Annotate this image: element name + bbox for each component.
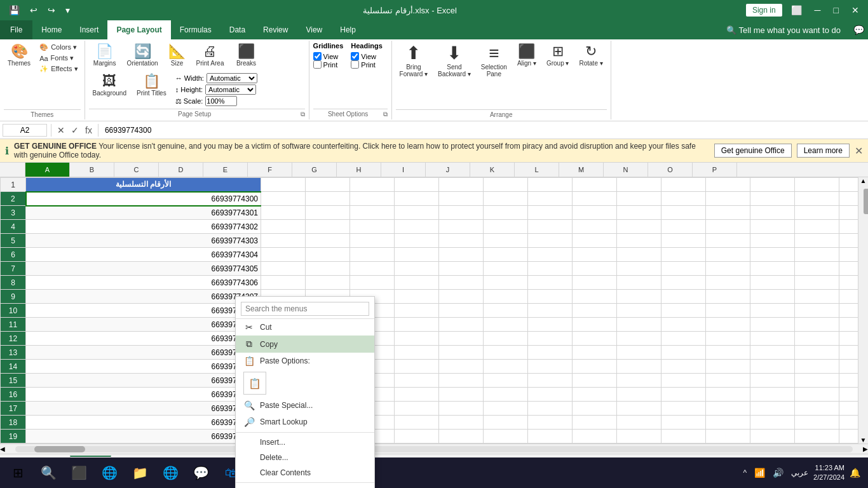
cell-M1[interactable] — [750, 178, 795, 192]
cell-K17[interactable] — [661, 402, 706, 416]
cell-E16[interactable] — [395, 388, 439, 402]
cell-I6[interactable] — [573, 248, 617, 262]
cell-N14[interactable] — [795, 360, 839, 374]
fonts-button[interactable]: AaFonts ▾ — [37, 53, 80, 64]
cell-M11[interactable] — [750, 318, 795, 332]
cell-H4[interactable] — [528, 220, 573, 234]
cell-D4[interactable] — [350, 220, 395, 234]
cell-L19[interactable] — [706, 430, 750, 444]
cell-H15[interactable] — [528, 374, 573, 388]
row-header[interactable]: 19 — [1, 430, 26, 444]
cell-M12[interactable] — [750, 332, 795, 346]
cell-J14[interactable] — [617, 360, 661, 374]
col-header-O[interactable]: O — [648, 163, 693, 177]
col-header-J[interactable]: J — [426, 163, 470, 177]
send-backward-button[interactable]: ⬇ SendBackward ▾ — [434, 42, 475, 80]
row-header[interactable]: 10 — [1, 304, 26, 318]
cell-M18[interactable] — [750, 416, 795, 430]
context-menu-quick-analysis[interactable]: 📊 Quick Analysis — [236, 485, 374, 488]
comments-button[interactable]: 💬 — [850, 20, 868, 39]
cell-I15[interactable] — [573, 374, 617, 388]
cell-M9[interactable] — [750, 290, 795, 304]
cell-O17[interactable] — [839, 402, 858, 416]
cell-a15[interactable]: 66939774313 — [26, 374, 261, 388]
col-header-P[interactable]: P — [693, 163, 737, 177]
cell-I4[interactable] — [573, 220, 617, 234]
cell-J11[interactable] — [617, 318, 661, 332]
cell-a17[interactable]: 66939774315 — [26, 402, 261, 416]
cell-E3[interactable] — [395, 206, 439, 220]
cell-D8[interactable] — [350, 276, 395, 290]
row-header[interactable]: 16 — [1, 388, 26, 402]
cell-H14[interactable] — [528, 360, 573, 374]
cell-F17[interactable] — [439, 402, 484, 416]
cell-J12[interactable] — [617, 332, 661, 346]
language-button[interactable]: عربي — [789, 466, 811, 480]
cell-E8[interactable] — [395, 276, 439, 290]
cell-I13[interactable] — [573, 346, 617, 360]
headings-print-checkbox[interactable]: Print — [351, 60, 383, 69]
col-header-C[interactable]: C — [114, 163, 159, 177]
cell-a19[interactable]: 66939774317 — [26, 430, 261, 444]
cell-N19[interactable] — [795, 430, 839, 444]
customize-quick-access[interactable]: ▾ — [62, 4, 74, 17]
tab-formulas[interactable]: Formulas — [171, 20, 220, 39]
cell-N2[interactable] — [795, 192, 839, 206]
cell-F3[interactable] — [439, 206, 484, 220]
tab-view[interactable]: View — [297, 20, 331, 39]
cell-L12[interactable] — [706, 332, 750, 346]
context-menu-delete[interactable]: Delete... — [236, 450, 374, 465]
cell-J4[interactable] — [617, 220, 661, 234]
cell-O2[interactable] — [839, 192, 858, 206]
cell-M19[interactable] — [750, 430, 795, 444]
tab-review[interactable]: Review — [254, 20, 297, 39]
cell-E19[interactable] — [395, 430, 439, 444]
row-header[interactable]: 7 — [1, 262, 26, 276]
row-header[interactable]: 18 — [1, 416, 26, 430]
cell-H3[interactable] — [528, 206, 573, 220]
cell-G12[interactable] — [484, 332, 528, 346]
cell-H18[interactable] — [528, 416, 573, 430]
volume-icon[interactable]: 🔊 — [770, 465, 786, 480]
cell-L6[interactable] — [706, 248, 750, 262]
cell-G7[interactable] — [484, 262, 528, 276]
width-select[interactable]: Automatic — [207, 73, 257, 83]
cell-M16[interactable] — [750, 388, 795, 402]
cell-F4[interactable] — [439, 220, 484, 234]
cell-J19[interactable] — [617, 430, 661, 444]
cell-J17[interactable] — [617, 402, 661, 416]
cell-I9[interactable] — [573, 290, 617, 304]
cell-C1[interactable] — [306, 178, 350, 192]
cell-C6[interactable] — [306, 248, 350, 262]
cell-N5[interactable] — [795, 234, 839, 248]
edge-button[interactable]: 🌐 — [97, 460, 122, 485]
row-header[interactable]: 13 — [1, 346, 26, 360]
cell-N13[interactable] — [795, 346, 839, 360]
context-menu-clear-contents[interactable]: Clear Contents — [236, 465, 374, 480]
cell-I17[interactable] — [573, 402, 617, 416]
row-header[interactable]: 11 — [1, 318, 26, 332]
cell-H7[interactable] — [528, 262, 573, 276]
context-menu-insert[interactable]: Insert... — [236, 435, 374, 450]
cell-a8[interactable]: 66939774306 — [26, 276, 261, 290]
cell-M13[interactable] — [750, 346, 795, 360]
gridlines-view-checkbox[interactable]: View — [313, 52, 344, 60]
task-view-button[interactable]: ⬛ — [66, 460, 92, 485]
gridlines-print-checkbox[interactable]: Print — [313, 60, 344, 69]
cell-F7[interactable] — [439, 262, 484, 276]
cell-G9[interactable] — [484, 290, 528, 304]
cell-G16[interactable] — [484, 388, 528, 402]
cell-F12[interactable] — [439, 332, 484, 346]
height-select[interactable]: Automatic — [205, 85, 256, 95]
cell-E11[interactable] — [395, 318, 439, 332]
cell-M7[interactable] — [750, 262, 795, 276]
cell-D6[interactable] — [350, 248, 395, 262]
cell-J7[interactable] — [617, 262, 661, 276]
cell-N10[interactable] — [795, 304, 839, 318]
cell-G15[interactable] — [484, 374, 528, 388]
cell-a18[interactable]: 66939774316 — [26, 416, 261, 430]
cell-H8[interactable] — [528, 276, 573, 290]
cell-G2[interactable] — [484, 192, 528, 206]
cell-C5[interactable] — [306, 234, 350, 248]
cell-C4[interactable] — [306, 220, 350, 234]
